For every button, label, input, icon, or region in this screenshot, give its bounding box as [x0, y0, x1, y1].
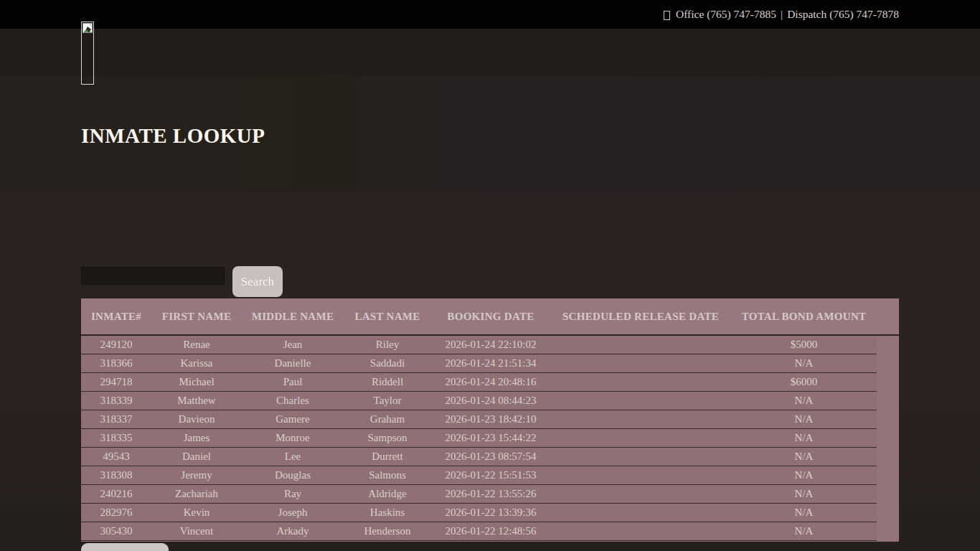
cell-first-name: James [151, 432, 242, 444]
cell-total-bond-amount: N/A [731, 395, 877, 407]
cell-inmate: 318335 [81, 432, 151, 444]
table-row[interactable]: 49543DanielLeeDurrett2026-01-23 08:57:54… [81, 448, 877, 466]
cell-inmate: 294718 [81, 376, 151, 388]
cell-last-name: Durrett [344, 451, 431, 463]
cell-last-name: Sampson [344, 432, 431, 444]
office-label: Office [676, 8, 704, 21]
table-row[interactable]: 240216ZachariahRayAldridge2026-01-22 13:… [81, 485, 877, 504]
cell-first-name: Zachariah [151, 488, 242, 500]
cell-first-name: Karissa [151, 357, 242, 369]
cell-booking-date: 2026-01-22 15:51:53 [431, 469, 550, 481]
phone-icon [664, 11, 670, 20]
cell-total-bond-amount: N/A [731, 507, 877, 519]
cell-last-name: Riddell [344, 376, 431, 388]
cell-first-name: Matthew [151, 395, 242, 407]
cell-inmate: 318337 [81, 413, 151, 425]
cell-booking-date: 2026-01-24 22:10:02 [431, 339, 550, 351]
cell-booking-date: 2026-01-23 08:57:54 [431, 451, 550, 463]
cell-inmate: 305430 [81, 525, 151, 537]
table-row[interactable]: 318339MatthewCharlesTaylor2026-01-24 08:… [81, 392, 877, 410]
cell-booking-date: 2026-01-23 15:44:22 [431, 432, 550, 444]
phone-separator: | [781, 8, 783, 21]
office-phone: (765) 747-7885 [707, 8, 776, 21]
table-row[interactable]: 318335JamesMonroeSampson2026-01-23 15:44… [81, 429, 877, 448]
table-row[interactable]: 282976KevinJosephHaskins2026-01-22 13:39… [81, 504, 877, 522]
cell-inmate: 318366 [81, 357, 151, 369]
dispatch-phone: (765) 747-7878 [829, 8, 899, 21]
topbar: Office (765) 747-7885 | Dispatch (765) 7… [0, 0, 980, 29]
search-button[interactable]: Search [232, 266, 283, 297]
cell-booking-date: 2026-01-24 08:44:23 [431, 395, 550, 407]
page-title: INMATE LOOKUP [0, 77, 980, 148]
cell-middle-name: Danielle [242, 357, 344, 369]
cell-middle-name: Gamere [242, 413, 344, 425]
cell-inmate: 318339 [81, 395, 151, 407]
cell-first-name: Michael [151, 376, 242, 388]
table-row[interactable]: 294718MichaelPaulRiddell2026-01-24 20:48… [81, 373, 877, 392]
cell-total-bond-amount: N/A [731, 488, 877, 500]
navbar [0, 29, 980, 77]
cell-total-bond-amount: N/A [731, 525, 877, 537]
cell-middle-name: Douglas [242, 469, 344, 481]
table-header-row: INMATE#FIRST NAMEMIDDLE NAMELAST NAMEBOO… [81, 298, 877, 334]
cell-booking-date: 2026-01-23 18:42:10 [431, 413, 550, 425]
cell-total-bond-amount: N/A [731, 357, 877, 369]
cell-middle-name: Charles [242, 395, 344, 407]
cell-last-name: Aldridge [344, 488, 431, 500]
search-row: Search [81, 193, 980, 297]
cell-total-bond-amount: $6000 [731, 376, 877, 388]
table-body: 249120RenaeJeanRiley2026-01-24 22:10:02$… [81, 336, 899, 541]
cell-last-name: Taylor [344, 395, 431, 407]
cell-middle-name: Joseph [242, 507, 344, 519]
broken-image-icon [83, 23, 93, 34]
column-header-last-name: LAST NAME [344, 311, 431, 323]
table-row[interactable]: 318308JeremyDouglasSalmons2026-01-22 15:… [81, 466, 877, 485]
cell-total-bond-amount: $5000 [731, 339, 877, 351]
cell-inmate: 240216 [81, 488, 151, 500]
dispatch-label: Dispatch [787, 8, 826, 21]
cell-total-bond-amount: N/A [731, 451, 877, 463]
cell-inmate: 249120 [81, 339, 151, 351]
hero-section: INMATE LOOKUP [0, 77, 980, 192]
table-row[interactable]: 305430VincentArkadyHenderson2026-01-22 1… [81, 522, 877, 541]
column-header-scheduled-release-date: SCHEDULED RELEASE DATE [550, 311, 731, 323]
cell-first-name: Kevin [151, 507, 242, 519]
cell-last-name: Henderson [344, 525, 431, 537]
cell-booking-date: 2026-01-22 12:48:56 [431, 525, 550, 537]
cell-middle-name: Arkady [242, 525, 344, 537]
pagination-previous-button[interactable]: « Previous [81, 543, 169, 551]
cell-total-bond-amount: N/A [731, 413, 877, 425]
cell-first-name: Renae [151, 339, 242, 351]
cell-last-name: Haskins [344, 507, 431, 519]
cell-booking-date: 2026-01-24 20:48:16 [431, 376, 550, 388]
cell-middle-name: Ray [242, 488, 344, 500]
column-header-first-name: FIRST NAME [151, 311, 242, 323]
cell-first-name: Davieon [151, 413, 242, 425]
cell-booking-date: 2026-01-22 13:55:26 [431, 488, 550, 500]
cell-total-bond-amount: N/A [731, 469, 877, 481]
main-content: Search INMATE#FIRST NAMEMIDDLE NAMELAST … [0, 192, 980, 551]
table-row[interactable]: 318337DavieonGamereGraham2026-01-23 18:4… [81, 410, 877, 429]
cell-total-bond-amount: N/A [731, 432, 877, 444]
cell-middle-name: Paul [242, 376, 344, 388]
column-header-middle-name: MIDDLE NAME [242, 311, 344, 323]
cell-last-name: Saddadi [344, 357, 431, 369]
cell-middle-name: Monroe [242, 432, 344, 444]
cell-inmate: 282976 [81, 507, 151, 519]
table-row[interactable]: 249120RenaeJeanRiley2026-01-24 22:10:02$… [81, 336, 877, 354]
logo-broken-image[interactable] [81, 22, 94, 85]
cell-first-name: Daniel [151, 451, 242, 463]
table-header: INMATE#FIRST NAMEMIDDLE NAMELAST NAMEBOO… [81, 298, 899, 336]
cell-last-name: Salmons [344, 469, 431, 481]
column-header-inmate: INMATE# [81, 311, 151, 323]
cell-inmate: 318308 [81, 469, 151, 481]
inmate-table: INMATE#FIRST NAMEMIDDLE NAMELAST NAMEBOO… [81, 298, 899, 542]
search-input[interactable] [81, 267, 225, 285]
cell-booking-date: 2026-01-24 21:51:34 [431, 357, 550, 369]
cell-first-name: Vincent [151, 525, 242, 537]
cell-middle-name: Lee [242, 451, 344, 463]
cell-first-name: Jeremy [151, 469, 242, 481]
table-row[interactable]: 318366KarissaDanielleSaddadi2026-01-24 2… [81, 354, 877, 373]
cell-booking-date: 2026-01-22 13:39:36 [431, 507, 550, 519]
cell-middle-name: Jean [242, 339, 344, 351]
